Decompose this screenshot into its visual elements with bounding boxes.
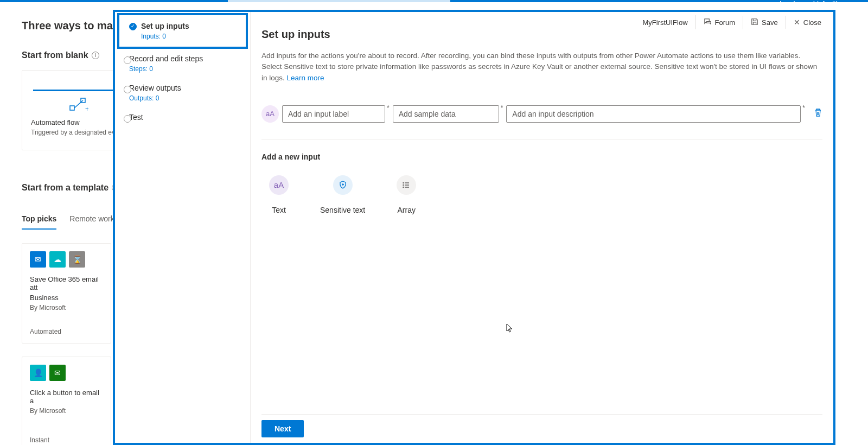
wizard-steps: Set up inputs Inputs: 0 Record and edit …	[115, 12, 251, 443]
text-type-icon: aA	[261, 105, 279, 123]
svg-point-3	[403, 182, 404, 183]
learn-more-link[interactable]: Learn more	[287, 74, 324, 82]
svg-point-4	[403, 185, 404, 185]
modal-header: MyFirstUIFlow Forum Save ✕ Close	[635, 15, 829, 29]
wizard-step-inputs[interactable]: Set up inputs Inputs: 0	[117, 13, 248, 49]
template-type: Instant	[30, 436, 103, 444]
input-description-field[interactable]	[506, 105, 801, 123]
connector-icon: ☁	[49, 251, 66, 268]
wizard-step-record[interactable]: Record and edit steps Steps: 0	[115, 49, 250, 78]
connector-icon: ✉	[49, 365, 66, 381]
sample-data-field[interactable]	[393, 105, 499, 123]
template-author: By Microsoft	[30, 304, 103, 312]
start-blank-heading: Start from blank i	[22, 50, 99, 60]
tab-remote-work[interactable]: Remote work	[69, 209, 114, 230]
content-heading: Set up inputs	[261, 28, 822, 41]
svg-rect-0	[70, 106, 74, 110]
start-template-heading: Start from a template i	[22, 183, 119, 193]
add-input-heading: Add a new input	[261, 152, 822, 161]
required-asterisk: *	[387, 104, 390, 112]
wizard-step-test[interactable]: Test	[115, 107, 250, 127]
input-row: aA * * *	[261, 105, 822, 139]
connector-icon: 👤	[30, 365, 46, 381]
wizard-step-outputs[interactable]: Review outputs Outputs: 0	[115, 78, 250, 107]
svg-text:+: +	[85, 105, 88, 112]
shield-icon	[333, 175, 353, 195]
template-name: Click a button to email a	[30, 389, 103, 405]
template-name: Save Office 365 email att	[30, 275, 103, 291]
close-button[interactable]: ✕ Close	[786, 16, 829, 29]
template-author: By Microsoft	[30, 407, 103, 415]
add-sensitive-input-button[interactable]: Sensitive text	[312, 172, 373, 218]
info-icon: i	[92, 52, 99, 59]
tab-top-picks[interactable]: Top picks	[22, 209, 56, 230]
template-card[interactable]: 👤 ✉ Click a button to email a By Microso…	[22, 357, 111, 445]
template-card[interactable]: ✉ ☁ ⌛ Save Office 365 email att Business…	[22, 243, 111, 344]
forum-button[interactable]: Forum	[695, 15, 743, 29]
list-icon	[397, 175, 416, 195]
ui-flow-wizard-modal: MyFirstUIFlow Forum Save ✕ Close Set up …	[113, 10, 835, 445]
step-check-icon	[129, 23, 137, 30]
close-icon: ✕	[794, 18, 800, 27]
save-button[interactable]: Save	[743, 16, 786, 29]
add-array-input-button[interactable]: Array	[389, 172, 424, 218]
required-asterisk: *	[802, 104, 805, 112]
save-icon	[751, 18, 758, 27]
connector-icon: ⌛	[69, 251, 85, 268]
step-dot-icon	[124, 115, 131, 123]
flow-name-label[interactable]: MyFirstUIFlow	[635, 16, 695, 29]
text-icon: aA	[269, 175, 289, 195]
step-dot-icon	[124, 86, 131, 93]
connector-icon: ✉	[30, 251, 46, 268]
svg-point-5	[403, 187, 404, 187]
next-button[interactable]: Next	[261, 420, 304, 437]
template-type: Automated	[30, 328, 103, 335]
template-name: Business	[30, 294, 103, 302]
step-dot-icon	[124, 56, 131, 64]
required-asterisk: *	[501, 104, 503, 112]
modal-footer: Next	[261, 414, 822, 443]
forum-icon	[704, 17, 712, 27]
add-text-input-button[interactable]: aA Text	[261, 172, 296, 218]
content-area: Set up inputs Add inputs for the actions…	[251, 12, 833, 443]
delete-input-button[interactable]	[814, 108, 822, 119]
content-description: Add inputs for the actions you're about …	[261, 50, 822, 84]
input-label-field[interactable]	[282, 105, 385, 123]
